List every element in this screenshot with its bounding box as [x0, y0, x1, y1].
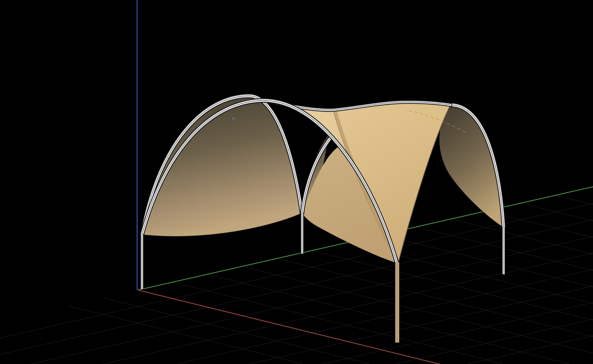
axis-x-line — [138, 290, 439, 364]
canopy-underside-left[interactable] — [142, 96, 302, 236]
vertex-marker — [232, 117, 234, 120]
3d-viewport[interactable] — [0, 0, 593, 364]
